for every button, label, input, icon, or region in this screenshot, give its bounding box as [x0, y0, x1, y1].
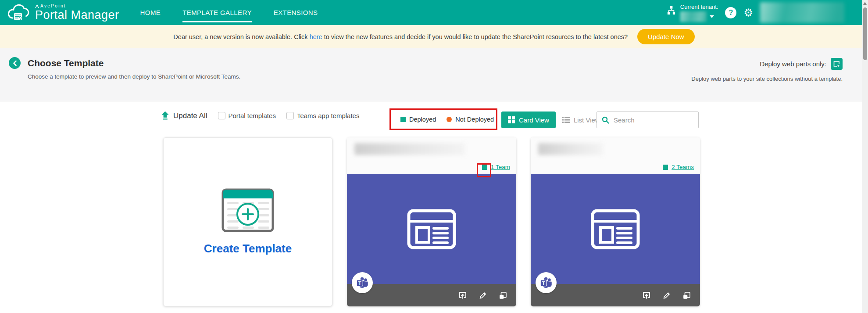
ms-teams-badge: T	[536, 272, 557, 293]
legend-deployed: Deployed	[400, 116, 436, 123]
template-status: 2 Teams	[663, 164, 694, 170]
not-deployed-dot-icon	[447, 117, 452, 122]
edit-pencil-icon[interactable]	[479, 291, 487, 300]
create-template-label: Create Template	[204, 242, 292, 255]
chevron-down-icon[interactable]	[710, 15, 714, 18]
cloud-logo-icon	[7, 4, 31, 22]
deployed-square-icon	[400, 117, 406, 122]
deploy-webparts-block: Deploy web parts only: Deploy web parts …	[691, 58, 843, 82]
checkbox-icon[interactable]	[286, 112, 294, 119]
banner-here-link[interactable]: here	[310, 33, 322, 40]
current-tenant-label: Current tenant:	[680, 4, 718, 10]
grid-icon	[508, 116, 515, 123]
template-title-redacted	[538, 143, 603, 155]
webpart-icon	[833, 60, 840, 68]
update-all-button[interactable]: Update All	[161, 111, 207, 120]
view-toggle: Card View List View	[501, 112, 600, 128]
svg-text:T: T	[358, 281, 361, 286]
tenant-name-redacted	[680, 11, 707, 22]
template-title-redacted	[354, 143, 465, 155]
legend-not-deployed: Not Deployed	[447, 116, 494, 123]
page-title: Choose Template	[28, 58, 104, 68]
scrollbar-thumb[interactable]	[863, 7, 867, 60]
nav-template-gallery[interactable]: TEMPLATE GALLERY	[182, 0, 252, 25]
gallery-toolbar: Update All Portal templates Teams app te…	[0, 101, 868, 132]
settings-button[interactable]: ⚙	[743, 7, 753, 18]
search-input[interactable]	[614, 116, 701, 124]
update-notification-banner: Dear user, a new version is now availabl…	[0, 25, 868, 48]
annotation-box	[477, 163, 491, 177]
gear-icon: ⚙	[743, 7, 753, 18]
deploy-icon[interactable]	[458, 291, 467, 300]
svg-text:T: T	[542, 281, 545, 286]
deploy-webparts-label: Deploy web parts only:	[760, 60, 826, 68]
webpage-preview-icon	[591, 209, 640, 249]
brand-avepoint: AvePoint	[35, 4, 119, 8]
create-template-card[interactable]: Create Template	[163, 137, 332, 306]
avepoint-mark-icon	[35, 4, 39, 8]
search-box	[597, 112, 699, 128]
brand-text: AvePoint Portal Manager	[35, 4, 119, 21]
ms-teams-icon: T	[356, 276, 369, 289]
topbar-right-controls: Current tenant: ? ⚙	[666, 2, 844, 23]
tenant-value[interactable]	[680, 11, 718, 22]
deploy-icon[interactable]	[642, 291, 651, 300]
main-nav: HOME TEMPLATE GALLERY EXTENSIONS	[140, 0, 318, 25]
save-copy-icon[interactable]	[499, 291, 507, 300]
deployed-square-icon	[663, 165, 668, 170]
search-icon	[602, 116, 609, 124]
help-button[interactable]: ?	[725, 7, 736, 18]
checkbox-teams-app-templates[interactable]: Teams app templates	[286, 112, 360, 119]
template-card-header: 1 Team	[347, 137, 516, 174]
vertical-scrollbar[interactable]	[862, 0, 868, 313]
back-button[interactable]	[9, 57, 21, 69]
org-hierarchy-icon	[666, 5, 676, 16]
chevron-left-icon	[12, 60, 18, 66]
template-preview	[347, 174, 516, 284]
card-view-button[interactable]: Card View	[501, 112, 556, 128]
status-legend-annotation-box: Deployed Not Deployed	[389, 108, 497, 130]
ms-teams-badge: T	[352, 272, 373, 293]
template-card[interactable]: 2 Teams	[531, 137, 700, 306]
page-header: Choose Template Choose a template to pre…	[0, 48, 868, 101]
create-template-icon	[221, 188, 274, 232]
list-view-button[interactable]: List View	[562, 116, 600, 124]
list-icon	[562, 116, 570, 123]
save-copy-icon[interactable]	[682, 291, 691, 300]
deploy-webparts-subtitle: Deploy web parts to your site collection…	[691, 76, 843, 82]
avepoint-logo[interactable]: AvePoint Portal Manager	[7, 4, 119, 22]
teams-count-link[interactable]: 1 Team	[491, 164, 510, 170]
nav-extensions[interactable]: EXTENSIONS	[274, 0, 318, 25]
template-card[interactable]: 1 Team	[347, 137, 516, 306]
scroll-up-arrow-icon[interactable]	[863, 2, 867, 5]
template-card-footer: T	[531, 284, 700, 306]
template-preview	[531, 174, 700, 284]
brand-portal-manager: Portal Manager	[35, 9, 119, 21]
ms-teams-icon: T	[539, 276, 553, 289]
checkbox-portal-templates[interactable]: Portal templates	[218, 112, 276, 119]
portal-manager-app: AvePoint Portal Manager HOME TEMPLATE GA…	[0, 0, 868, 313]
deploy-webparts-button[interactable]	[831, 58, 843, 70]
user-account-redacted[interactable]	[760, 2, 844, 23]
tenant-text-block: Current tenant:	[680, 4, 718, 22]
edit-pencil-icon[interactable]	[662, 291, 671, 300]
question-mark-icon: ?	[729, 9, 733, 17]
webpage-preview-icon	[407, 209, 456, 249]
nav-home[interactable]: HOME	[140, 0, 161, 25]
banner-message: Dear user, a new version is now availabl…	[173, 33, 628, 40]
template-card-footer: T	[347, 284, 516, 306]
template-card-grid: Create Template 1 Team	[0, 137, 868, 306]
update-now-button[interactable]: Update Now	[637, 29, 695, 44]
teams-count-link[interactable]: 2 Teams	[672, 164, 694, 170]
template-card-header: 2 Teams	[531, 137, 700, 174]
checkbox-icon[interactable]	[218, 112, 225, 119]
top-navigation-bar: AvePoint Portal Manager HOME TEMPLATE GA…	[0, 0, 868, 25]
tenant-selector[interactable]: Current tenant:	[666, 4, 718, 22]
upload-arrow-icon	[161, 111, 169, 120]
